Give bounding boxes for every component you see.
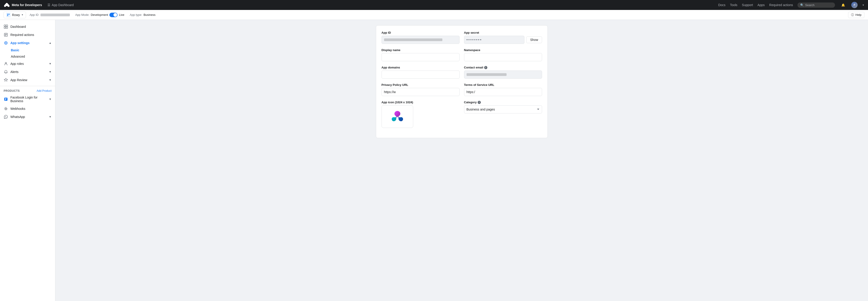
category-select[interactable]: Business and pagesEducationEntertainment… bbox=[464, 105, 542, 113]
user-avatar[interactable]: F bbox=[851, 2, 858, 8]
user-menu-chevron: ▼ bbox=[862, 4, 864, 6]
app-id-section: App ID bbox=[30, 13, 70, 16]
app-selector[interactable]: Rowy ▼ bbox=[4, 11, 26, 18]
sidebar-item-app-settings[interactable]: App settings ▲ bbox=[0, 39, 55, 47]
app-roles-icon bbox=[4, 62, 8, 66]
nav-links: Docs Tools Support Apps Required actions… bbox=[718, 1, 864, 9]
whatsapp-label: WhatsApp bbox=[10, 115, 46, 119]
facebook-login-chevron: ▼ bbox=[49, 98, 52, 101]
app-domains-group: App domains bbox=[381, 66, 460, 79]
app-icon-small bbox=[6, 13, 11, 17]
namespace-label: Namespace bbox=[464, 48, 542, 52]
notifications-button[interactable]: 🔔 bbox=[839, 1, 847, 9]
sidebar-item-webhooks[interactable]: Webhooks bbox=[0, 105, 55, 113]
privacy-policy-input[interactable]: https://w bbox=[381, 88, 460, 96]
webhooks-label: Webhooks bbox=[10, 107, 52, 110]
show-secret-button[interactable]: Show bbox=[526, 36, 542, 43]
display-name-label: Display name bbox=[381, 48, 460, 52]
app-icon-label: App icon (1024 x 1024) bbox=[381, 101, 460, 104]
sidebar-item-facebook-login[interactable]: Facebook Login for Business ▼ bbox=[0, 94, 55, 105]
sidebar-item-alerts[interactable]: Alerts ▼ bbox=[0, 68, 55, 76]
search-input[interactable] bbox=[805, 3, 832, 7]
app-mode-section: App Mode: Development Live bbox=[75, 13, 124, 17]
category-label: Category i bbox=[464, 101, 542, 104]
svg-rect-1 bbox=[7, 14, 8, 15]
nav-link-support[interactable]: Support bbox=[742, 3, 753, 7]
form-row-3: App domains Contact email i bbox=[381, 66, 542, 79]
products-header: Products Add Product bbox=[0, 88, 55, 94]
app-roles-chevron: ▼ bbox=[49, 62, 52, 65]
search-box[interactable]: 🔍 bbox=[798, 2, 835, 8]
svg-rect-2 bbox=[8, 14, 9, 15]
app-domains-label: App domains bbox=[381, 66, 460, 69]
search-icon: 🔍 bbox=[800, 3, 804, 7]
nav-link-apps[interactable]: Apps bbox=[757, 3, 765, 7]
nav-link-docs[interactable]: Docs bbox=[718, 3, 725, 7]
contact-email-info-icon[interactable]: i bbox=[484, 66, 487, 69]
display-name-group: Display name Rowy bbox=[381, 48, 460, 61]
terms-of-service-group: Terms of Service URL https:/ bbox=[464, 83, 542, 96]
nav-link-required-actions[interactable]: Required actions bbox=[769, 3, 793, 7]
form-row-4: Privacy Policy URL https://w Terms of Se… bbox=[381, 83, 542, 96]
sidebar-item-dashboard[interactable]: Dashboard bbox=[0, 23, 55, 31]
sidebar-item-app-review[interactable]: App Review ▼ bbox=[0, 76, 55, 84]
app-secret-input[interactable] bbox=[464, 36, 525, 44]
form-row-2: Display name Rowy Namespace bbox=[381, 48, 542, 61]
required-actions-icon bbox=[4, 33, 8, 37]
bell-icon: 🔔 bbox=[841, 3, 845, 7]
svg-rect-5 bbox=[6, 25, 8, 27]
app-settings-chevron: ▲ bbox=[49, 41, 52, 44]
app-icon-upload[interactable] bbox=[381, 105, 413, 128]
dashboard-label: Dashboard bbox=[10, 25, 52, 29]
app-id-input[interactable] bbox=[381, 36, 460, 44]
dashboard-icon bbox=[4, 24, 8, 29]
app-type-section: App type: Business bbox=[130, 13, 156, 16]
secret-row: Show bbox=[464, 36, 542, 44]
whatsapp-chevron: ▼ bbox=[49, 115, 52, 119]
sidebar-item-whatsapp[interactable]: WhatsApp ▼ bbox=[0, 113, 55, 121]
sidebar-item-required-actions[interactable]: Required actions bbox=[0, 31, 55, 39]
app-review-chevron: ▼ bbox=[49, 78, 52, 81]
meta-logo[interactable]: Meta for Developers bbox=[4, 2, 42, 8]
namespace-input[interactable] bbox=[464, 53, 542, 61]
nav-link-tools[interactable]: Tools bbox=[730, 3, 737, 7]
app-id-group: App ID bbox=[381, 31, 460, 44]
contact-email-input[interactable] bbox=[464, 70, 542, 79]
terms-of-service-input[interactable]: https:/ bbox=[464, 88, 542, 96]
terms-of-service-label: Terms of Service URL bbox=[464, 83, 542, 87]
sidebar-item-app-roles[interactable]: App roles ▼ bbox=[0, 60, 55, 68]
add-product-link[interactable]: Add Product bbox=[37, 89, 52, 93]
svg-point-10 bbox=[5, 62, 6, 64]
section-label: ☰ App Dashboard bbox=[48, 3, 74, 7]
svg-rect-0 bbox=[7, 13, 10, 16]
sidebar-sub-basic[interactable]: Basic bbox=[0, 47, 55, 53]
app-icon-group: App icon (1024 x 1024) bbox=[381, 101, 460, 128]
app-domains-input[interactable] bbox=[381, 70, 460, 79]
category-info-icon[interactable]: i bbox=[477, 101, 481, 104]
app-review-icon bbox=[4, 78, 8, 82]
app-icon-preview bbox=[390, 109, 405, 125]
live-mode-toggle[interactable] bbox=[110, 13, 118, 17]
privacy-policy-label: Privacy Policy URL bbox=[381, 83, 460, 87]
app-roles-label: App roles bbox=[10, 62, 46, 66]
webhooks-icon bbox=[4, 106, 8, 111]
sub-navigation: Rowy ▼ App ID App Mode: Development Live… bbox=[0, 10, 868, 20]
app-name: Rowy bbox=[12, 13, 20, 17]
facebook-login-label: Facebook Login for Business bbox=[10, 96, 46, 103]
facebook-login-icon bbox=[4, 97, 8, 101]
privacy-policy-group: Privacy Policy URL https://w bbox=[381, 83, 460, 96]
help-button[interactable]: ⓘ Help bbox=[848, 12, 864, 18]
app-selector-chevron: ▼ bbox=[21, 13, 24, 16]
app-review-label: App Review bbox=[10, 78, 46, 82]
whatsapp-icon bbox=[4, 114, 8, 119]
sidebar: Dashboard Required actions App settings … bbox=[0, 20, 55, 301]
app-settings-icon bbox=[4, 41, 8, 45]
sub-nav-info: App ID App Mode: Development Live App ty… bbox=[30, 13, 156, 17]
alerts-label: Alerts bbox=[10, 70, 46, 74]
alerts-chevron: ▼ bbox=[49, 70, 52, 73]
products-divider bbox=[0, 86, 55, 86]
hamburger-icon: ☰ bbox=[48, 3, 51, 7]
sidebar-sub-advanced[interactable]: Advanced bbox=[0, 53, 55, 60]
form-card: App ID App secret Show Display name bbox=[376, 25, 548, 138]
display-name-input[interactable]: Rowy bbox=[381, 53, 460, 61]
